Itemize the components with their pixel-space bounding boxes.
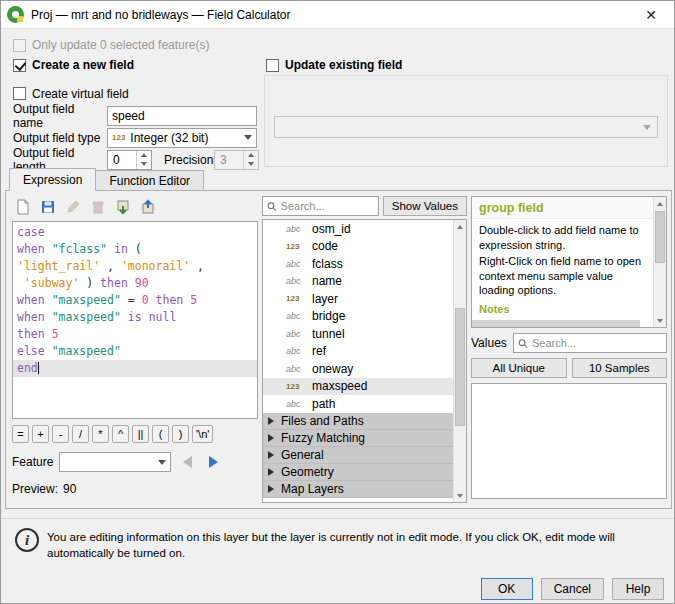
scroll-up-icon[interactable] <box>654 197 666 210</box>
spinner-arrows[interactable] <box>243 151 258 169</box>
function-group-fuzzy-matching[interactable]: Fuzzy Matching <box>263 430 453 447</box>
field-list: abcosm_id123codeabcfclassabcname123layer… <box>263 220 453 502</box>
spinner-arrows[interactable] <box>136 151 151 169</box>
operator-button[interactable]: = <box>12 425 29 443</box>
operator-button[interactable]: ^ <box>112 425 129 443</box>
code-line[interactable]: 'subway' ) then 90 <box>13 275 257 292</box>
import-expressions-button[interactable] <box>112 196 134 218</box>
group-name: Fuzzy Matching <box>281 431 365 445</box>
string-field-icon: abc <box>286 364 306 374</box>
expand-arrow-icon <box>268 417 274 425</box>
function-group-files-and-paths[interactable]: Files and Paths <box>263 413 453 430</box>
expression-code[interactable]: casewhen "fclass" in ('light_rail' , 'mo… <box>12 221 258 419</box>
operator-button[interactable]: - <box>52 425 69 443</box>
tab-function-editor[interactable]: Function Editor <box>95 170 204 191</box>
operator-button[interactable]: + <box>32 425 49 443</box>
text-caret <box>38 362 39 374</box>
all-unique-button[interactable]: All Unique <box>471 358 567 378</box>
save-expression-button[interactable] <box>37 196 59 218</box>
ok-button[interactable]: OK <box>481 578 533 600</box>
expand-arrow-icon <box>268 485 274 493</box>
field-item-fclass[interactable]: abcfclass <box>263 255 453 273</box>
close-icon[interactable]: ✕ <box>634 2 668 28</box>
string-field-icon: abc <box>286 399 306 409</box>
scroll-up-icon[interactable] <box>454 220 466 233</box>
function-group-map-layers[interactable]: Map Layers <box>263 481 453 498</box>
output-field-length-stepper[interactable]: 0 <box>107 150 152 170</box>
values-search-input[interactable] <box>532 337 662 349</box>
operator-button[interactable]: '\n' <box>192 425 213 443</box>
field-item-name[interactable]: abcname <box>263 273 453 291</box>
field-item-code[interactable]: 123code <box>263 238 453 256</box>
function-help-box: group field Double-click to add field na… <box>471 196 667 328</box>
expression-panel: casewhen "fclass" in ('light_rail' , 'mo… <box>12 196 258 496</box>
field-item-tunnel[interactable]: abctunnel <box>263 325 453 343</box>
code-line[interactable]: then 5 <box>13 326 257 343</box>
expand-arrow-icon <box>268 434 274 442</box>
output-field-type-select[interactable]: 123 Integer (32 bit) <box>107 128 257 148</box>
output-field-name-input[interactable] <box>107 106 257 126</box>
scroll-down-icon[interactable] <box>654 314 666 327</box>
feature-select[interactable] <box>59 452 171 472</box>
edit-mode-message: You are editing information on this laye… <box>47 529 619 561</box>
operator-button[interactable]: * <box>92 425 109 443</box>
precision-stepper[interactable]: 3 <box>214 150 259 170</box>
export-expressions-button[interactable] <box>137 196 159 218</box>
code-line[interactable]: when "maxspeed" is null <box>13 309 257 326</box>
scrollbar-thumb[interactable] <box>655 211 665 263</box>
spin-up-icon <box>141 153 147 157</box>
function-group-general[interactable]: General <box>263 447 453 464</box>
title-bar: Proj — mrt and no bridleways — Field Cal… <box>1 1 674 29</box>
create-new-field-checkbox[interactable]: Create a new field <box>13 58 134 72</box>
help-scrollbar[interactable] <box>653 197 666 327</box>
cancel-button[interactable]: Cancel <box>541 578 604 600</box>
checkbox-icon <box>266 59 279 72</box>
create-new-field-label: Create a new field <box>32 58 134 72</box>
next-feature-button[interactable] <box>203 452 223 472</box>
update-existing-field-panel <box>264 75 668 167</box>
code-line[interactable]: end <box>13 360 257 377</box>
group-name: Map Layers <box>281 482 344 496</box>
previous-feature-button[interactable] <box>177 452 197 472</box>
function-search <box>262 196 379 216</box>
help-button[interactable]: Help <box>612 578 664 600</box>
scroll-down-icon[interactable] <box>454 489 466 502</box>
code-line[interactable]: when "fclass" in ( <box>13 241 257 258</box>
edit-expression-button[interactable] <box>62 196 84 218</box>
function-search-input[interactable] <box>281 200 374 212</box>
field-name: tunnel <box>312 327 345 341</box>
scrollbar-thumb[interactable] <box>455 308 465 426</box>
code-line[interactable]: 'light_rail' , 'monorail' , <box>13 258 257 275</box>
field-item-ref[interactable]: abcref <box>263 343 453 361</box>
function-list-panel: Show Values abcosm_id123codeabcfclassabc… <box>262 196 467 503</box>
tab-expression[interactable]: Expression <box>9 168 96 191</box>
function-tree-scrollbar[interactable] <box>453 220 466 502</box>
code-line[interactable]: when "maxspeed" = 0 then 5 <box>13 292 257 309</box>
save-icon <box>40 199 56 215</box>
existing-field-select <box>274 116 658 138</box>
string-field-icon: abc <box>286 259 306 269</box>
operator-button[interactable]: ( <box>152 425 169 443</box>
operator-button[interactable]: ) <box>172 425 189 443</box>
new-expression-button[interactable] <box>12 196 34 218</box>
function-group-geometry[interactable]: Geometry <box>263 464 453 481</box>
code-line[interactable]: else "maxspeed" <box>13 343 257 360</box>
field-item-osm_id[interactable]: abcosm_id <box>263 220 453 238</box>
operator-button[interactable]: / <box>72 425 89 443</box>
only-update-checkbox[interactable]: Only update 0 selected feature(s) <box>13 38 209 52</box>
field-item-maxspeed[interactable]: 123maxspeed <box>263 378 453 396</box>
field-item-path[interactable]: abcpath <box>263 395 453 413</box>
field-item-layer[interactable]: 123layer <box>263 290 453 308</box>
field-item-bridge[interactable]: abcbridge <box>263 308 453 326</box>
operator-button[interactable]: || <box>132 425 149 443</box>
field-item-oneway[interactable]: abconeway <box>263 360 453 378</box>
values-list[interactable] <box>471 383 667 499</box>
delete-expression-button[interactable] <box>87 196 109 218</box>
group-name: Geometry <box>281 465 334 479</box>
code-line[interactable]: case <box>13 224 257 241</box>
update-existing-field-checkbox[interactable]: Update existing field <box>266 58 402 72</box>
show-values-button[interactable]: Show Values <box>383 196 467 216</box>
samples-button[interactable]: 10 Samples <box>572 358 668 378</box>
search-icon <box>267 201 277 212</box>
string-field-icon: abc <box>286 276 306 286</box>
